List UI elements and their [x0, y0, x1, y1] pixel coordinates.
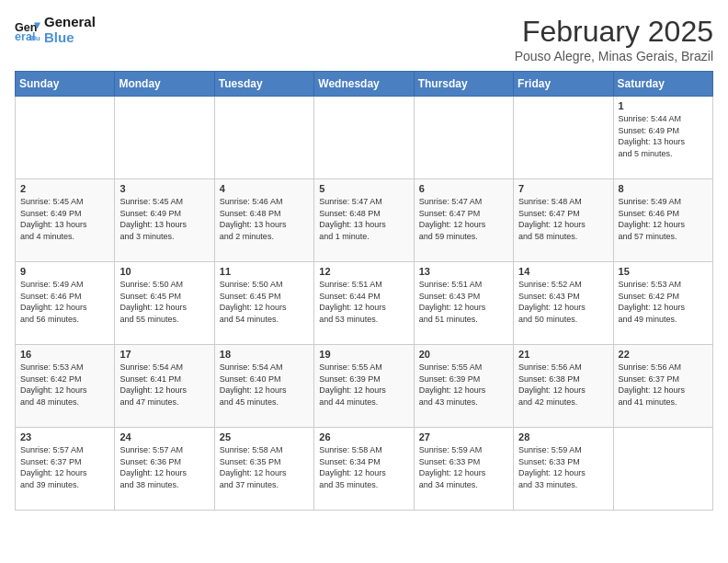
calendar-day-cell [115, 97, 214, 179]
calendar-day-cell: 28Sunrise: 5:59 AM Sunset: 6:33 PM Dayli… [514, 428, 613, 511]
calendar-day-cell: 3Sunrise: 5:45 AM Sunset: 6:49 PM Daylig… [115, 179, 214, 262]
calendar-day-cell: 15Sunrise: 5:53 AM Sunset: 6:42 PM Dayli… [613, 262, 712, 345]
day-info: Sunrise: 5:45 AM Sunset: 6:49 PM Dayligh… [119, 196, 209, 242]
calendar-day-cell: 8Sunrise: 5:49 AM Sunset: 6:46 PM Daylig… [613, 179, 712, 262]
day-info: Sunrise: 5:58 AM Sunset: 6:34 PM Dayligh… [319, 444, 408, 490]
day-info: Sunrise: 5:49 AM Sunset: 6:46 PM Dayligh… [20, 279, 109, 325]
day-info: Sunrise: 5:59 AM Sunset: 6:33 PM Dayligh… [518, 444, 608, 490]
day-number: 23 [20, 431, 109, 442]
day-info: Sunrise: 5:54 AM Sunset: 6:41 PM Dayligh… [119, 362, 209, 408]
weekday-header-row: SundayMondayTuesdayWednesdayThursdayFrid… [16, 72, 713, 97]
day-number: 10 [119, 266, 209, 277]
page-header: Gen eral Blue General Blue February 2025… [15, 15, 713, 63]
calendar-day-cell [613, 428, 712, 511]
calendar-day-cell: 25Sunrise: 5:58 AM Sunset: 6:35 PM Dayli… [214, 428, 313, 511]
weekday-header-cell: Friday [514, 72, 613, 97]
location-subtitle: Pouso Alegre, Minas Gerais, Brazil [515, 49, 713, 63]
calendar-day-cell: 13Sunrise: 5:51 AM Sunset: 6:43 PM Dayli… [414, 262, 513, 345]
day-info: Sunrise: 5:59 AM Sunset: 6:33 PM Dayligh… [419, 444, 508, 490]
weekday-header-cell: Wednesday [314, 72, 414, 97]
day-info: Sunrise: 5:49 AM Sunset: 6:46 PM Dayligh… [619, 196, 708, 242]
calendar-day-cell: 5Sunrise: 5:47 AM Sunset: 6:48 PM Daylig… [314, 179, 414, 262]
calendar-day-cell: 17Sunrise: 5:54 AM Sunset: 6:41 PM Dayli… [115, 345, 214, 428]
weekday-header-cell: Tuesday [214, 72, 313, 97]
day-number: 5 [319, 183, 408, 194]
day-info: Sunrise: 5:55 AM Sunset: 6:39 PM Dayligh… [319, 362, 408, 408]
day-info: Sunrise: 5:53 AM Sunset: 6:42 PM Dayligh… [20, 362, 109, 408]
day-number: 14 [518, 266, 608, 277]
weekday-header-cell: Sunday [16, 72, 115, 97]
day-info: Sunrise: 5:53 AM Sunset: 6:42 PM Dayligh… [619, 279, 708, 325]
weekday-header-cell: Thursday [414, 72, 513, 97]
day-info: Sunrise: 5:48 AM Sunset: 6:47 PM Dayligh… [518, 196, 608, 242]
day-info: Sunrise: 5:47 AM Sunset: 6:47 PM Dayligh… [419, 196, 508, 242]
calendar-day-cell: 12Sunrise: 5:51 AM Sunset: 6:44 PM Dayli… [314, 262, 414, 345]
day-info: Sunrise: 5:44 AM Sunset: 6:49 PM Dayligh… [619, 113, 708, 159]
calendar-week-row: 23Sunrise: 5:57 AM Sunset: 6:37 PM Dayli… [16, 428, 713, 511]
calendar-day-cell [214, 97, 313, 179]
logo: Gen eral Blue General Blue [15, 15, 96, 45]
day-info: Sunrise: 5:54 AM Sunset: 6:40 PM Dayligh… [220, 362, 309, 408]
day-info: Sunrise: 5:46 AM Sunset: 6:48 PM Dayligh… [220, 196, 309, 242]
day-info: Sunrise: 5:45 AM Sunset: 6:49 PM Dayligh… [20, 196, 109, 242]
calendar-day-cell: 18Sunrise: 5:54 AM Sunset: 6:40 PM Dayli… [214, 345, 313, 428]
day-number: 15 [619, 266, 708, 277]
day-number: 21 [518, 349, 608, 360]
day-info: Sunrise: 5:57 AM Sunset: 6:37 PM Dayligh… [20, 444, 109, 490]
calendar-day-cell: 14Sunrise: 5:52 AM Sunset: 6:43 PM Dayli… [514, 262, 613, 345]
day-number: 3 [119, 183, 209, 194]
calendar-day-cell [314, 97, 414, 179]
title-area: February 2025 Pouso Alegre, Minas Gerais… [515, 15, 713, 63]
day-number: 28 [518, 431, 608, 442]
calendar-table: SundayMondayTuesdayWednesdayThursdayFrid… [15, 71, 713, 511]
day-info: Sunrise: 5:52 AM Sunset: 6:43 PM Dayligh… [518, 279, 608, 325]
day-number: 1 [619, 100, 708, 111]
day-info: Sunrise: 5:50 AM Sunset: 6:45 PM Dayligh… [220, 279, 309, 325]
calendar-day-cell: 19Sunrise: 5:55 AM Sunset: 6:39 PM Dayli… [314, 345, 414, 428]
day-number: 19 [319, 349, 408, 360]
day-number: 7 [518, 183, 608, 194]
calendar-day-cell: 10Sunrise: 5:50 AM Sunset: 6:45 PM Dayli… [115, 262, 214, 345]
day-number: 11 [220, 266, 309, 277]
day-info: Sunrise: 5:56 AM Sunset: 6:38 PM Dayligh… [518, 362, 608, 408]
day-number: 27 [419, 431, 508, 442]
calendar-day-cell: 23Sunrise: 5:57 AM Sunset: 6:37 PM Dayli… [16, 428, 115, 511]
calendar-week-row: 16Sunrise: 5:53 AM Sunset: 6:42 PM Dayli… [16, 345, 713, 428]
day-number: 2 [20, 183, 109, 194]
calendar-day-cell: 26Sunrise: 5:58 AM Sunset: 6:34 PM Dayli… [314, 428, 414, 511]
calendar-day-cell: 7Sunrise: 5:48 AM Sunset: 6:47 PM Daylig… [514, 179, 613, 262]
logo-general: General [44, 15, 96, 30]
day-number: 8 [619, 183, 708, 194]
day-info: Sunrise: 5:55 AM Sunset: 6:39 PM Dayligh… [419, 362, 508, 408]
day-info: Sunrise: 5:47 AM Sunset: 6:48 PM Dayligh… [319, 196, 408, 242]
calendar-day-cell: 27Sunrise: 5:59 AM Sunset: 6:33 PM Dayli… [414, 428, 513, 511]
calendar-day-cell: 11Sunrise: 5:50 AM Sunset: 6:45 PM Dayli… [214, 262, 313, 345]
day-info: Sunrise: 5:56 AM Sunset: 6:37 PM Dayligh… [619, 362, 708, 408]
day-number: 4 [220, 183, 309, 194]
weekday-header-cell: Saturday [613, 72, 712, 97]
day-number: 26 [319, 431, 408, 442]
day-info: Sunrise: 5:51 AM Sunset: 6:44 PM Dayligh… [319, 279, 408, 325]
day-info: Sunrise: 5:50 AM Sunset: 6:45 PM Dayligh… [119, 279, 209, 325]
day-number: 20 [419, 349, 508, 360]
calendar-day-cell [16, 97, 115, 179]
day-number: 13 [419, 266, 508, 277]
day-number: 6 [419, 183, 508, 194]
calendar-day-cell: 6Sunrise: 5:47 AM Sunset: 6:47 PM Daylig… [414, 179, 513, 262]
calendar-body: 1Sunrise: 5:44 AM Sunset: 6:49 PM Daylig… [16, 97, 713, 511]
calendar-day-cell: 16Sunrise: 5:53 AM Sunset: 6:42 PM Dayli… [16, 345, 115, 428]
svg-text:Blue: Blue [28, 34, 40, 42]
day-number: 25 [220, 431, 309, 442]
day-info: Sunrise: 5:51 AM Sunset: 6:43 PM Dayligh… [419, 279, 508, 325]
calendar-day-cell: 20Sunrise: 5:55 AM Sunset: 6:39 PM Dayli… [414, 345, 513, 428]
day-info: Sunrise: 5:57 AM Sunset: 6:36 PM Dayligh… [119, 444, 209, 490]
calendar-day-cell: 4Sunrise: 5:46 AM Sunset: 6:48 PM Daylig… [214, 179, 313, 262]
day-number: 24 [119, 431, 209, 442]
calendar-week-row: 1Sunrise: 5:44 AM Sunset: 6:49 PM Daylig… [16, 97, 713, 179]
weekday-header-cell: Monday [115, 72, 214, 97]
calendar-day-cell: 9Sunrise: 5:49 AM Sunset: 6:46 PM Daylig… [16, 262, 115, 345]
calendar-day-cell: 24Sunrise: 5:57 AM Sunset: 6:36 PM Dayli… [115, 428, 214, 511]
day-number: 22 [619, 349, 708, 360]
calendar-week-row: 2Sunrise: 5:45 AM Sunset: 6:49 PM Daylig… [16, 179, 713, 262]
calendar-day-cell: 21Sunrise: 5:56 AM Sunset: 6:38 PM Dayli… [514, 345, 613, 428]
